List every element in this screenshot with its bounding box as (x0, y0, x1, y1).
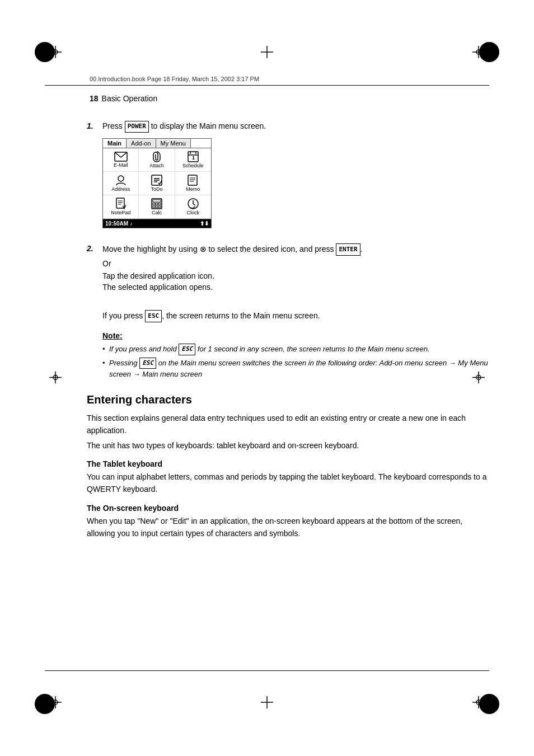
svg-rect-42 (153, 200, 161, 202)
schedule-label: Schedule (182, 163, 204, 168)
note-list: If you press and hold ESC for 1 second i… (102, 344, 489, 380)
step-2: 2. Move the highlight by using ⊗ to sele… (87, 243, 489, 300)
step-1-text-after: to display the Main menu screen. (151, 121, 266, 130)
onscreen-keyboard-text: When you tap "New" or "Edit" in an appli… (87, 515, 489, 540)
memo-label: Memo (186, 186, 200, 192)
calc-icon (151, 198, 163, 210)
svg-rect-33 (188, 175, 197, 185)
address-icon (115, 174, 127, 186)
note-item-2: Pressing ESC on the Main menu screen swi… (102, 358, 489, 380)
svg-text:1: 1 (192, 155, 195, 161)
main-content: 1. Press POWER to display the Main menu … (87, 109, 489, 669)
notepad-icon (115, 198, 127, 210)
clock-label: Clock (187, 210, 200, 215)
esc-key-inline: ESC (145, 310, 162, 322)
icon-email-cell: E-Mail (103, 148, 139, 172)
crosshair-cl (49, 371, 62, 385)
email-icon (114, 151, 128, 162)
tab-main: Main (103, 139, 127, 148)
svg-rect-46 (153, 206, 155, 208)
step-1-text-before: Press (102, 121, 123, 130)
svg-rect-45 (158, 203, 161, 205)
svg-rect-47 (156, 206, 158, 208)
step-1-content: Press POWER to display the Main menu scr… (102, 120, 489, 234)
step-2-content: Move the highlight by using ⊗ to select … (102, 243, 489, 300)
tablet-keyboard-heading: The Tablet keyboard (87, 459, 489, 468)
note-section: Note: If you press and hold ESC for 1 se… (102, 331, 489, 380)
screen-mockup: Main Add-on My Menu E-Mail (102, 138, 212, 228)
attach-label: Attach (149, 163, 164, 168)
address-label: Address (111, 186, 130, 192)
or-text: Or (102, 259, 489, 268)
screen-icons-grid: E-Mail Attach 1 (103, 148, 211, 219)
notepad-label: NotePad (111, 210, 130, 215)
tab-addon: Add-on (127, 139, 156, 148)
crosshair-br (472, 696, 485, 710)
esc-key-note2: ESC (139, 358, 156, 369)
tab-mymenu: My Menu (156, 139, 191, 148)
icon-clock-cell: Clock (175, 195, 211, 219)
screen-tabs: Main Add-on My Menu (103, 139, 211, 148)
svg-point-28 (118, 176, 124, 181)
crosshair-cb (261, 696, 273, 710)
note-label: Note: (102, 331, 489, 340)
calc-label: Calc (152, 210, 162, 215)
section-heading: Entering characters (87, 393, 489, 406)
todo-label: ToDo (151, 186, 162, 192)
clock-icon (187, 198, 199, 210)
section-intro-2: The unit has two types of keyboards: tab… (87, 439, 489, 452)
step-1-number: 1. (87, 121, 98, 130)
icon-notepad-cell: NotePad (103, 195, 139, 219)
icon-schedule-cell: 1 Schedule (175, 148, 211, 172)
crosshair-ct (261, 46, 273, 60)
email-label: E-Mail (114, 162, 128, 168)
schedule-icon: 1 (187, 151, 199, 163)
tap-text: Tap the desired application icon. (102, 271, 489, 280)
chapter-title: Basic Operation (102, 94, 158, 103)
step-1-text: Press POWER to display the Main menu scr… (102, 120, 489, 133)
selected-text: The selected application opens. (102, 283, 489, 292)
icon-attach-cell: Attach (139, 148, 175, 172)
status-icons: ⬆⬇ (200, 220, 209, 227)
file-info: 00.Introduction.book Page 18 Friday, Mar… (90, 76, 259, 82)
screen-statusbar: 10:50AM ♪ ⬆⬇ (103, 219, 211, 228)
memo-icon (187, 174, 199, 186)
icon-memo-cell: Memo (175, 172, 211, 195)
note-item-1: If you press and hold ESC for 1 second i… (102, 344, 489, 355)
crosshair-tr (472, 46, 485, 60)
attach-icon (151, 151, 163, 163)
svg-rect-43 (153, 203, 155, 205)
onscreen-keyboard-heading: The On-screen keyboard (87, 504, 489, 513)
crosshair-bl (49, 696, 62, 710)
step-2-number: 2. (87, 244, 98, 253)
top-border-line (45, 85, 489, 86)
esc-key-note1: ESC (179, 344, 195, 355)
tablet-keyboard-text: You can input alphabet letters, commas a… (87, 471, 489, 496)
page-number: 18 (90, 94, 99, 103)
bottom-border-line (45, 670, 489, 671)
page-header: 18 Basic Operation (90, 94, 157, 103)
status-time: 10:50AM ♪ (105, 220, 133, 227)
todo-icon (151, 174, 163, 186)
svg-rect-44 (156, 203, 158, 205)
entering-characters-section: Entering characters This section explain… (87, 393, 489, 540)
step-2-main-text: Move the highlight by using ⊗ to select … (102, 243, 489, 256)
crosshair-tl (49, 46, 62, 60)
step-1: 1. Press POWER to display the Main menu … (87, 120, 489, 234)
icon-address-cell: Address (103, 172, 139, 195)
section-intro-1: This section explains general data entry… (87, 412, 489, 437)
svg-rect-48 (158, 206, 161, 208)
enter-key: ENTER (336, 243, 360, 256)
icon-calc-cell: Calc (139, 195, 175, 219)
svg-rect-41 (152, 199, 162, 209)
esc-paragraph: If you press ESC, the screen returns to … (102, 309, 489, 322)
icon-todo-cell: ToDo (139, 172, 175, 195)
power-key: POWER (125, 121, 149, 133)
